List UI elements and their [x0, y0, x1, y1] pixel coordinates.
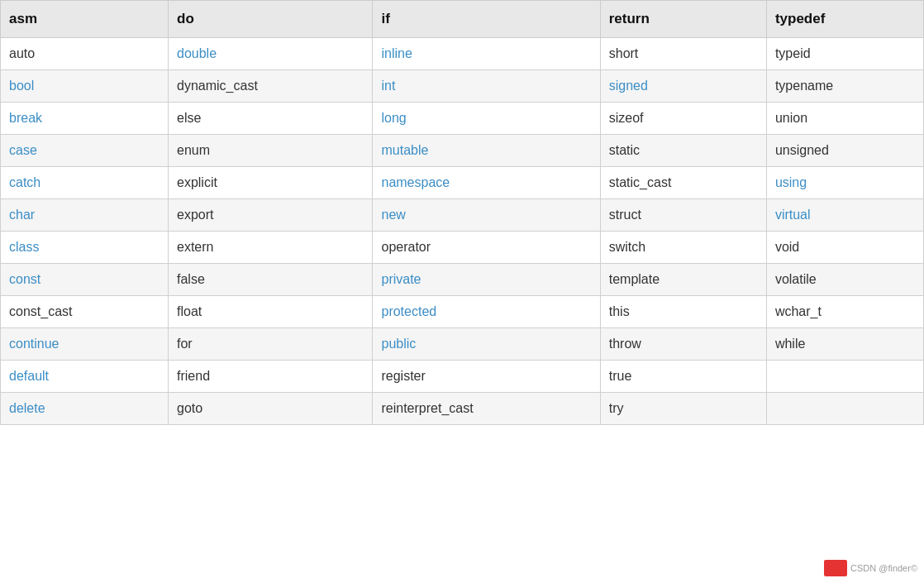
table-header: asmdoifreturntypedef: [1, 1, 924, 38]
table-cell: wchar_t: [766, 296, 923, 328]
table-cell: virtual: [766, 199, 923, 232]
table-cell: static_cast: [600, 167, 766, 199]
table-cell: dynamic_cast: [169, 70, 373, 103]
table-row: catchexplicitnamespacestatic_castusing: [1, 167, 924, 199]
table-cell: switch: [600, 232, 766, 264]
table-cell: namespace: [373, 167, 600, 199]
table-body: autodoubleinlineshorttypeidbooldynamic_c…: [1, 38, 924, 425]
table-cell: for: [169, 328, 373, 361]
table-row: const_castfloatprotectedthiswchar_t: [1, 296, 924, 328]
table-row: constfalseprivatetemplatevolatile: [1, 264, 924, 296]
table-row: booldynamic_castintsignedtypename: [1, 70, 924, 103]
table-cell: char: [1, 199, 169, 232]
table-cell: typeid: [766, 38, 923, 70]
table-row: caseenummutablestaticunsigned: [1, 135, 924, 167]
table-cell: default: [1, 361, 169, 393]
watermark-text: CSDN @finder©: [850, 563, 917, 573]
table-cell: new: [373, 199, 600, 232]
header-cell: asm: [1, 1, 169, 38]
table-cell: short: [600, 38, 766, 70]
table-cell: false: [169, 264, 373, 296]
table-cell: friend: [169, 361, 373, 393]
table-cell: double: [169, 38, 373, 70]
watermark: CSDN @finder©: [824, 560, 917, 576]
table-cell: while: [766, 328, 923, 361]
table-cell: enum: [169, 135, 373, 167]
table-cell: bool: [1, 70, 169, 103]
table-cell: [766, 393, 923, 425]
keyword-table: asmdoifreturntypedef autodoubleinlinesho…: [0, 0, 924, 425]
table-cell: long: [373, 103, 600, 135]
header-row: asmdoifreturntypedef: [1, 1, 924, 38]
table-row: autodoubleinlineshorttypeid: [1, 38, 924, 70]
header-cell: typedef: [766, 1, 923, 38]
table-row: continueforpublicthrowwhile: [1, 328, 924, 361]
table-cell: protected: [373, 296, 600, 328]
table-cell: union: [766, 103, 923, 135]
table-cell: delete: [1, 393, 169, 425]
table-row: breakelselongsizeofunion: [1, 103, 924, 135]
table-row: charexportnewstructvirtual: [1, 199, 924, 232]
table-row: defaultfriendregistertrue: [1, 361, 924, 393]
table-cell: typename: [766, 70, 923, 103]
keyword-table-container: asmdoifreturntypedef autodoubleinlinesho…: [0, 0, 924, 425]
table-cell: int: [373, 70, 600, 103]
table-cell: struct: [600, 199, 766, 232]
table-cell: export: [169, 199, 373, 232]
table-cell: catch: [1, 167, 169, 199]
table-cell: [766, 361, 923, 393]
table-cell: const: [1, 264, 169, 296]
table-cell: private: [373, 264, 600, 296]
table-cell: true: [600, 361, 766, 393]
table-cell: explicit: [169, 167, 373, 199]
table-cell: public: [373, 328, 600, 361]
table-cell: void: [766, 232, 923, 264]
table-cell: break: [1, 103, 169, 135]
header-cell: if: [373, 1, 600, 38]
table-cell: goto: [169, 393, 373, 425]
table-cell: try: [600, 393, 766, 425]
table-cell: sizeof: [600, 103, 766, 135]
table-cell: continue: [1, 328, 169, 361]
table-cell: throw: [600, 328, 766, 361]
table-cell: case: [1, 135, 169, 167]
header-cell: return: [600, 1, 766, 38]
table-cell: else: [169, 103, 373, 135]
table-cell: operator: [373, 232, 600, 264]
table-cell: auto: [1, 38, 169, 70]
table-cell: reinterpret_cast: [373, 393, 600, 425]
csdn-logo: [824, 560, 847, 576]
table-cell: inline: [373, 38, 600, 70]
table-cell: volatile: [766, 264, 923, 296]
table-cell: const_cast: [1, 296, 169, 328]
table-cell: class: [1, 232, 169, 264]
table-cell: using: [766, 167, 923, 199]
table-cell: unsigned: [766, 135, 923, 167]
header-cell: do: [169, 1, 373, 38]
table-row: deletegotoreinterpret_casttry: [1, 393, 924, 425]
table-row: classexternoperatorswitchvoid: [1, 232, 924, 264]
table-cell: float: [169, 296, 373, 328]
table-cell: extern: [169, 232, 373, 264]
table-cell: mutable: [373, 135, 600, 167]
table-cell: static: [600, 135, 766, 167]
table-cell: this: [600, 296, 766, 328]
table-cell: register: [373, 361, 600, 393]
table-cell: signed: [600, 70, 766, 103]
table-cell: template: [600, 264, 766, 296]
